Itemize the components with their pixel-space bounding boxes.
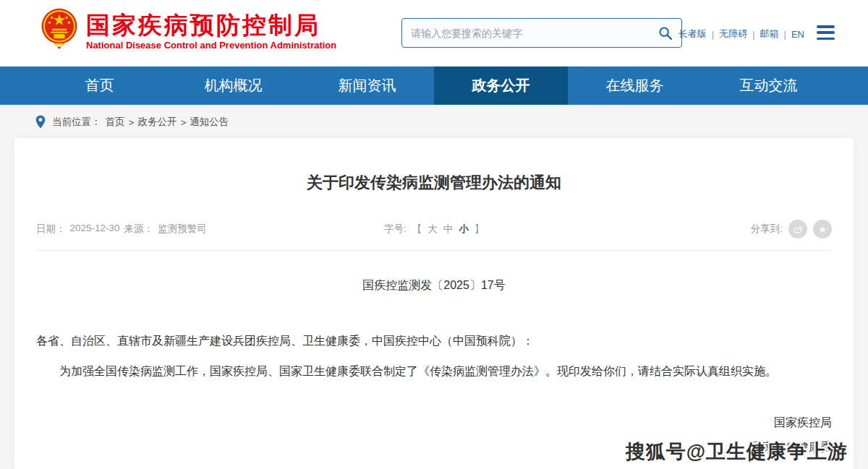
site-title-block: 国家疾病预防控制局 National Disease Control and P… — [86, 12, 336, 51]
link-accessibility[interactable]: 无障碍 — [719, 27, 747, 40]
search-button[interactable] — [650, 19, 681, 47]
nav-item-interaction[interactable]: 互动交流 — [702, 66, 835, 105]
font-size-bracket-open: 【 — [412, 223, 422, 236]
main-nav: 首页 机构概况 新闻资讯 政务公开 在线服务 互动交流 — [0, 66, 868, 105]
signature-ndcpa: 国家疾控局 — [36, 416, 832, 431]
national-emblem-icon — [40, 5, 79, 57]
font-size-small-button[interactable]: 小 — [459, 223, 469, 236]
font-size-large-button[interactable]: 大 — [427, 223, 438, 236]
breadcrumb-separator: > — [129, 117, 135, 128]
date-value: 2025-12-30 — [70, 223, 120, 236]
quick-link-separator: | — [712, 29, 714, 40]
article-meta: 日期： 2025-12-30 来源： 监测预警司 字号: 【 大 中 小 】 分… — [36, 220, 832, 251]
quick-link-separator: | — [752, 29, 754, 40]
source-label: 来源： — [124, 223, 154, 236]
quick-link-separator: | — [784, 29, 786, 40]
breadcrumb-label: 当前位置： — [52, 116, 101, 129]
nav-item-news[interactable]: 新闻资讯 — [300, 66, 434, 105]
signature-nhc: 国家卫生健康委 — [36, 440, 832, 455]
share-controls: 分享到: ★ — [484, 220, 832, 238]
link-english[interactable]: EN — [791, 29, 804, 40]
article-paragraph-recipients: 各省、自治区、直辖市及新疆生产建设兵团疾控局、卫生健康委，中国疾控中心（中国预科… — [36, 331, 832, 350]
article-paragraph-body: 为加强全国传染病监测工作，国家疾控局、国家卫生健康委联合制定了《传染病监测管理办… — [36, 361, 832, 381]
share-label: 分享到: — [751, 223, 783, 236]
menu-icon[interactable] — [817, 25, 835, 40]
star-icon: ★ — [818, 224, 827, 235]
breadcrumb-gov-affairs[interactable]: 政务公开 — [137, 116, 176, 129]
font-size-bracket-close: 】 — [475, 223, 485, 236]
font-size-control: 字号: 【 大 中 小 】 — [384, 223, 484, 236]
main-nav-inner: 首页 机构概况 新闻资讯 政务公开 在线服务 互动交流 — [33, 66, 835, 105]
site-title-en: National Disease Control and Prevention … — [86, 40, 336, 51]
quick-links: 长者版 | 无障碍 | 邮箱 | EN — [678, 27, 804, 40]
search-input[interactable] — [402, 27, 650, 39]
breadcrumb-home[interactable]: 首页 — [106, 116, 125, 129]
font-size-medium-button[interactable]: 中 — [443, 223, 454, 236]
nav-item-home[interactable]: 首页 — [33, 66, 166, 105]
article-title: 关于印发传染病监测管理办法的通知 — [36, 172, 832, 194]
font-size-label: 字号: — [384, 223, 407, 236]
nav-item-about[interactable]: 机构概况 — [166, 66, 300, 105]
document-number: 国疾控监测发〔2025〕17号 — [36, 278, 832, 293]
source-value: 监测预警司 — [158, 223, 207, 236]
article-meta-left: 日期： 2025-12-30 来源： 监测预警司 — [36, 223, 384, 236]
date-label: 日期： — [36, 223, 66, 236]
breadcrumb-separator: > — [180, 117, 186, 128]
site-header: 国家疾病预防控制局 National Disease Control and P… — [0, 0, 868, 66]
share-favorite-button[interactable]: ★ — [813, 220, 832, 238]
search-box — [401, 18, 682, 48]
site-title-zh: 国家疾病预防控制局 — [86, 12, 336, 39]
weibo-icon — [793, 224, 804, 235]
nav-item-online-services[interactable]: 在线服务 — [568, 66, 702, 105]
article-panel: 关于印发传染病监测管理办法的通知 日期： 2025-12-30 来源： 监测预警… — [14, 138, 854, 469]
nav-item-gov-affairs[interactable]: 政务公开 — [434, 66, 568, 105]
share-weibo-button[interactable] — [788, 220, 807, 238]
breadcrumb-notices[interactable]: 通知公告 — [190, 116, 229, 129]
link-elder-version[interactable]: 长者版 — [678, 27, 707, 40]
location-pin-icon — [35, 115, 46, 129]
breadcrumb: 当前位置： 首页 > 政务公开 > 通知公告 — [0, 105, 868, 139]
link-mailbox[interactable]: 邮箱 — [760, 27, 779, 40]
site-logo[interactable]: 国家疾病预防控制局 National Disease Control and P… — [40, 5, 336, 57]
search-icon — [658, 25, 673, 41]
